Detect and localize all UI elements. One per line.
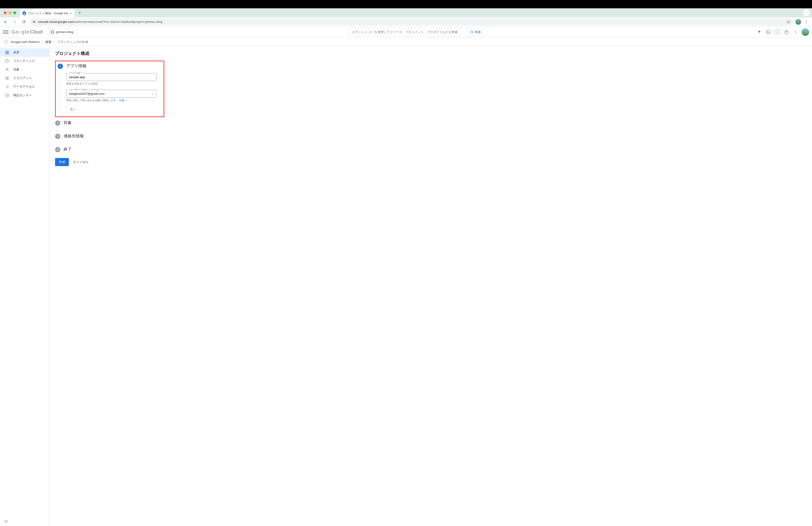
sidebar-collapse-button[interactable]	[3, 520, 8, 524]
app-name-label: アプリ名 *	[69, 71, 83, 75]
chevron-down-icon	[805, 11, 808, 14]
svg-point-29	[8, 79, 9, 80]
app-name-helper: 同意を求めるアプリの名前	[66, 82, 162, 86]
nav-reload-button[interactable]	[20, 18, 27, 25]
sidebar-item-audience[interactable]: 対象	[0, 65, 49, 74]
help-button[interactable]	[783, 29, 789, 35]
svg-point-17	[6, 60, 6, 61]
project-icon	[51, 30, 54, 34]
chevron-left-icon	[3, 520, 8, 524]
sidebar-item-label: データアクセス	[13, 85, 35, 89]
nav-menu-button[interactable]	[3, 29, 9, 35]
svg-point-0	[33, 21, 34, 22]
svg-point-5	[806, 23, 807, 23]
site-settings-icon[interactable]	[32, 20, 36, 24]
step-2-header[interactable]: 2 対象	[55, 120, 806, 126]
sidebar: 概要 ブランディング 対象 クライアント データアクセス 検証センター	[0, 46, 49, 526]
cancel-button[interactable]: キャンセル	[73, 160, 89, 164]
ai-assist-button[interactable]	[756, 29, 762, 35]
step-2-title: 対象	[64, 120, 72, 126]
tab-title: プロジェクト構成 – Google Aut	[28, 11, 68, 15]
step-1-body: アプリ名 * 同意を求めるアプリの名前 ユーザー サポートメール * ishii…	[58, 73, 162, 113]
svg-point-6	[470, 31, 473, 33]
breadcrumb-mid[interactable]: 概要	[45, 40, 52, 44]
nav-forward-button[interactable]	[11, 18, 18, 25]
bookmark-icon[interactable]	[786, 20, 790, 24]
addr-right-controls	[795, 18, 810, 25]
main-content: プロジェクト構成 1 アプリ情報 アプリ名 * 同意を求めるアプリの名前 ユーザ…	[49, 46, 812, 526]
kebab-icon	[804, 20, 808, 24]
os-titlebar	[0, 0, 812, 8]
svg-point-2	[33, 22, 34, 23]
svg-point-24	[6, 78, 6, 79]
sidebar-item-overview[interactable]: 概要	[0, 48, 49, 57]
svg-point-22	[7, 77, 8, 77]
window-maximize[interactable]	[13, 11, 16, 14]
app-name-field: アプリ名 *	[66, 73, 157, 81]
search-input[interactable]	[349, 28, 467, 36]
url-field[interactable]: console.cloud.google.com/auth/overview/c…	[29, 18, 793, 25]
details-link[interactable]: 詳細 ↗	[119, 99, 127, 102]
breadcrumb: Google Auth Platform / 概要 / ブランディングの作成	[0, 38, 812, 46]
search-button[interactable]: 検索	[467, 28, 484, 36]
browser-chrome: ◆ プロジェクト構成 – Google Aut × + console.clou…	[0, 8, 812, 26]
sidebar-item-label: 概要	[13, 51, 19, 55]
new-tab-button[interactable]: +	[76, 10, 83, 16]
tab-close-icon[interactable]: ×	[70, 11, 72, 15]
check-box-icon	[5, 93, 10, 98]
window-close[interactable]	[4, 11, 6, 14]
next-button[interactable]: 次へ	[66, 105, 79, 113]
svg-rect-12	[5, 51, 7, 52]
main-layout: 概要 ブランディング 対象 クライアント データアクセス 検証センター プロジェ…	[0, 46, 812, 526]
step-1-title: アプリ情報	[66, 63, 86, 69]
svg-point-27	[6, 79, 6, 80]
address-bar: console.cloud.google.com/auth/overview/c…	[0, 17, 812, 26]
sidebar-item-clients[interactable]: クライアント	[0, 74, 49, 83]
step-2-number: 2	[55, 120, 60, 126]
step-3-header[interactable]: 3 連絡先情報	[55, 133, 806, 139]
list-icon	[5, 84, 10, 89]
browser-menu-button[interactable]	[803, 18, 810, 25]
support-email-value: ishiigenichi37@gmail.com	[69, 92, 104, 96]
sidebar-item-label: ブランディング	[13, 59, 35, 63]
sidebar-item-branding[interactable]: ブランディング	[0, 57, 49, 65]
svg-point-21	[6, 77, 6, 77]
tabs-overflow-button[interactable]	[803, 10, 810, 16]
create-button[interactable]: 作成	[55, 158, 69, 166]
breadcrumb-root[interactable]: Google Auth Platform	[11, 40, 40, 44]
step-4-header[interactable]: 4 終了	[55, 146, 806, 152]
browser-tab[interactable]: ◆ プロジェクト構成 – Google Aut ×	[20, 9, 74, 17]
terminal-icon	[766, 30, 771, 34]
nav-back-button[interactable]	[2, 18, 9, 25]
settings-menu-button[interactable]	[793, 29, 798, 35]
person-icon	[5, 67, 10, 72]
svg-point-1	[34, 22, 35, 22]
reload-icon	[21, 20, 26, 24]
project-name: gentaro-blog	[56, 30, 73, 34]
svg-point-11	[795, 33, 796, 33]
tab-strip: ◆ プロジェクト構成 – Google Aut × +	[0, 8, 812, 17]
cloud-shell-button[interactable]	[766, 29, 771, 35]
arrow-left-icon	[3, 20, 8, 24]
window-minimize[interactable]	[9, 11, 11, 14]
sidebar-item-data-access[interactable]: データアクセス	[0, 83, 49, 91]
dashboard-icon	[5, 50, 10, 55]
svg-point-4	[806, 22, 807, 22]
account-avatar[interactable]	[801, 28, 809, 36]
profile-avatar-small[interactable]	[795, 19, 801, 25]
svg-point-18	[7, 60, 8, 60]
svg-rect-14	[5, 53, 7, 54]
step-1-header: 1 アプリ情報	[58, 63, 162, 69]
notifications-badge[interactable]: 2	[774, 29, 780, 35]
shield-icon	[4, 40, 8, 44]
sidebar-item-verification[interactable]: 検証センター	[0, 91, 49, 100]
sparkle-icon	[757, 30, 762, 34]
arrow-right-icon	[13, 20, 17, 24]
svg-point-25	[7, 78, 8, 79]
project-picker[interactable]: gentaro-blog	[48, 29, 76, 35]
breadcrumb-current: ブランディングの作成	[57, 40, 88, 44]
svg-point-26	[8, 78, 9, 79]
action-row: 作成 キャンセル	[55, 158, 806, 166]
search-icon	[470, 30, 474, 34]
google-cloud-logo[interactable]: Google Cloud	[11, 29, 43, 35]
